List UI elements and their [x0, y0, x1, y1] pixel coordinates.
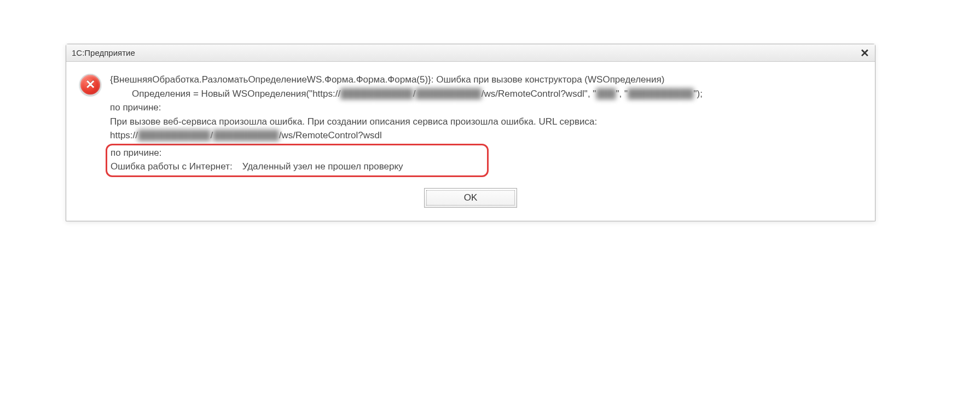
highlight-line-2: Ошибка работы с Интернет:Удаленный узел …	[111, 160, 484, 174]
error-message-line-3: по причине:	[110, 101, 862, 115]
error-message-line-1: {ВнешняяОбработка.РазломатьОпределениеWS…	[110, 73, 862, 87]
redacted-text: ██████████	[213, 130, 279, 140]
redacted-text: ██████████	[415, 89, 481, 99]
error-x-mark: ✕	[85, 78, 95, 92]
redacted-text: ███████████	[340, 89, 413, 99]
error-message-line-5: https://███████████/██████████/ws/Remote…	[110, 128, 862, 143]
redacted-text: ██████████	[628, 89, 693, 99]
dialog-body: ✕ {ВнешняяОбработка.РазломатьОпределение…	[66, 62, 875, 221]
dialog-titlebar[interactable]: 1С:Предприятие ✕	[66, 44, 875, 62]
close-icon: ✕	[860, 48, 869, 58]
redacted-text: ███	[596, 89, 616, 99]
icon-column: ✕	[79, 73, 110, 96]
close-button[interactable]: ✕	[859, 47, 871, 59]
ok-button[interactable]: OK	[424, 188, 517, 208]
error-dialog: 1С:Предприятие ✕ ✕ {ВнешняяОбработка.Раз…	[66, 44, 875, 221]
error-icon: ✕	[79, 74, 101, 96]
message-column: {ВнешняяОбработка.РазломатьОпределениеWS…	[110, 73, 862, 177]
redacted-text: ███████████	[138, 130, 211, 140]
error-message-line-4: При вызове веб-сервиса произошла ошибка.…	[110, 115, 862, 129]
button-row: OK	[79, 188, 862, 208]
highlighted-error-box: по причине: Ошибка работы с Интернет:Уда…	[106, 144, 489, 177]
content-row: ✕ {ВнешняяОбработка.РазломатьОпределение…	[79, 73, 862, 177]
dialog-title: 1С:Предприятие	[72, 48, 135, 57]
highlight-line-1: по причине:	[111, 146, 484, 160]
error-message-line-2: Определения = Новый WSОпределения("https…	[110, 87, 862, 101]
